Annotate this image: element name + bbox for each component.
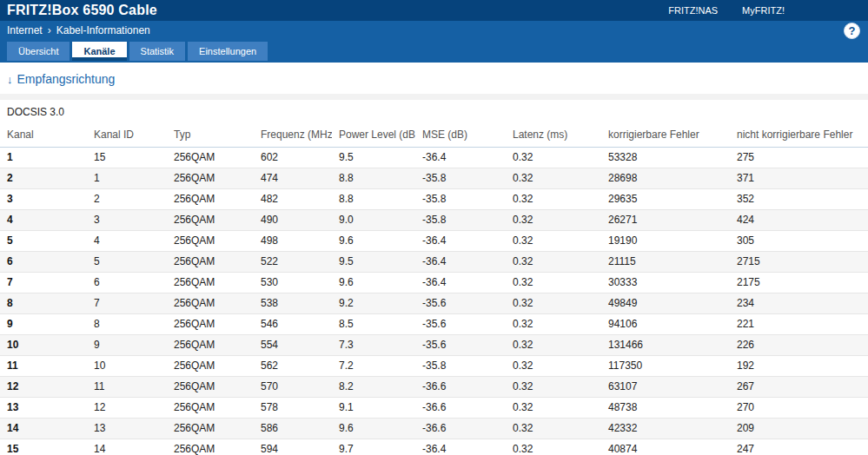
table-cell: 0.32 [506, 439, 601, 455]
table-cell: 19190 [601, 231, 730, 252]
table-cell: 2175 [730, 273, 868, 293]
table-cell: 352 [730, 189, 868, 210]
table-row: 115256QAM6029.5-36.40.3253328275 [0, 148, 868, 168]
table-cell: 4 [0, 210, 87, 231]
table-row: 21256QAM4748.8-35.80.3228698371 [0, 168, 868, 189]
table-cell: 209 [730, 419, 868, 439]
table-cell: -36.6 [415, 377, 506, 398]
section-empfangsrichtung[interactable]: ↓ Empfangsrichtung [7, 72, 868, 86]
section-title-text: Empfangsrichtung [17, 72, 116, 86]
tab-statistik[interactable]: Statistik [129, 42, 186, 61]
table-cell: 594 [254, 439, 332, 455]
table-cell: 256QAM [167, 252, 254, 273]
table-cell: -36.4 [415, 273, 506, 293]
table-cell: 275 [730, 148, 868, 168]
myfritz-link[interactable]: MyFRITZ! [742, 5, 785, 16]
table-cell: 48738 [601, 398, 730, 419]
table-cell: 11 [0, 356, 87, 377]
table-cell: 29635 [601, 189, 730, 210]
table-cell: 40874 [601, 439, 730, 455]
table-cell: 256QAM [167, 377, 254, 398]
table-header-row: KanalKanal IDTypFrequenz (MHz)Power Leve… [0, 124, 868, 148]
table-cell: 0.32 [506, 148, 601, 168]
table-cell: -36.4 [415, 252, 506, 273]
table-cell: 2 [0, 168, 87, 189]
table-cell: 0.32 [506, 398, 601, 419]
column-header: Power Level (dBmV) [332, 124, 415, 148]
table-row: 32256QAM4828.8-35.80.3229635352 [0, 189, 868, 210]
table-cell: 0.32 [506, 252, 601, 273]
table-cell: 586 [254, 419, 332, 439]
table-cell: 0.32 [506, 231, 601, 252]
table-cell: 498 [254, 231, 332, 252]
table-cell: 578 [254, 398, 332, 419]
table-cell: -35.8 [415, 210, 506, 231]
table-cell: 247 [730, 439, 868, 455]
table-row: 43256QAM4909.0-35.80.3226271424 [0, 210, 868, 231]
table-cell: 0.32 [506, 314, 601, 335]
table-cell: 9 [87, 335, 167, 356]
table-cell: 9.1 [332, 398, 415, 419]
table-cell: 192 [730, 356, 868, 377]
table-cell: 14 [0, 419, 87, 439]
fritznas-link[interactable]: FRITZ!NAS [668, 5, 718, 16]
channel-table: DOCSIS 3.0 KanalKanal IDTypFrequenz (MHz… [0, 94, 868, 455]
table-cell: 10 [0, 335, 87, 356]
breadcrumb-internet[interactable]: Internet [7, 24, 43, 36]
table-cell: 8.5 [332, 314, 415, 335]
table-cell: 256QAM [167, 273, 254, 293]
table-cell: 234 [730, 293, 868, 314]
table-cell: 371 [730, 168, 868, 189]
table-cell: 1 [0, 148, 87, 168]
table-cell: 1 [87, 168, 167, 189]
table-cell: 13 [87, 419, 167, 439]
table-cell: 9.6 [332, 273, 415, 293]
table-cell: 21115 [601, 252, 730, 273]
table-cell: 256QAM [167, 398, 254, 419]
table-row: 1110256QAM5627.2-35.80.32117350192 [0, 356, 868, 377]
table-cell: 28698 [601, 168, 730, 189]
content: ↓ Empfangsrichtung DOCSIS 3.0 KanalKanal… [0, 72, 868, 455]
table-cell: 15 [87, 148, 167, 168]
table-cell: 13 [0, 398, 87, 419]
table-cell: 6 [87, 273, 167, 293]
tab-einstellungen[interactable]: Einstellungen [188, 42, 268, 61]
collapse-arrow-icon: ↓ [7, 73, 13, 86]
table-cell: 256QAM [167, 210, 254, 231]
tab-bar: ÜbersichtKanäleStatistikEinstellungen [0, 40, 868, 63]
table-cell: 3 [0, 189, 87, 210]
table-cell: 6 [0, 252, 87, 273]
table-cell: -35.6 [415, 293, 506, 314]
tab-kanaele[interactable]: Kanäle [72, 42, 126, 61]
table-cell: 26271 [601, 210, 730, 231]
table-row: 54256QAM4989.6-36.40.3219190305 [0, 231, 868, 252]
table-cell: 42332 [601, 419, 730, 439]
table-row: 1312256QAM5789.1-36.60.3248738270 [0, 398, 868, 419]
table-cell: 562 [254, 356, 332, 377]
table-cell: 8.8 [332, 189, 415, 210]
help-button[interactable]: ? [844, 23, 860, 39]
table-cell: 10 [87, 356, 167, 377]
tab-uebersicht[interactable]: Übersicht [7, 42, 70, 61]
table-row: 87256QAM5389.2-35.60.3249849234 [0, 293, 868, 314]
table-cell: 482 [254, 189, 332, 210]
table-cell: 0.32 [506, 335, 601, 356]
table-cell: -35.8 [415, 356, 506, 377]
table-cell: 256QAM [167, 314, 254, 335]
table-cell: -36.4 [415, 148, 506, 168]
column-header: Typ [167, 124, 254, 148]
column-header: nicht korrigierbare Fehler [730, 124, 868, 148]
table-row: 65256QAM5229.5-36.40.32211152715 [0, 252, 868, 273]
table-cell: 0.32 [506, 293, 601, 314]
top-links: FRITZ!NAS MyFRITZ! [668, 5, 785, 16]
table-cell: 7 [0, 273, 87, 293]
table-cell: 0.32 [506, 377, 601, 398]
table-cell: 30333 [601, 273, 730, 293]
table-cell: 256QAM [167, 168, 254, 189]
table-cell: -35.8 [415, 189, 506, 210]
table-cell: 9.7 [332, 439, 415, 455]
table-row: 76256QAM5309.6-36.40.32303332175 [0, 273, 868, 293]
table-cell: 546 [254, 314, 332, 335]
table-cell: 2 [87, 189, 167, 210]
table-cell: 474 [254, 168, 332, 189]
